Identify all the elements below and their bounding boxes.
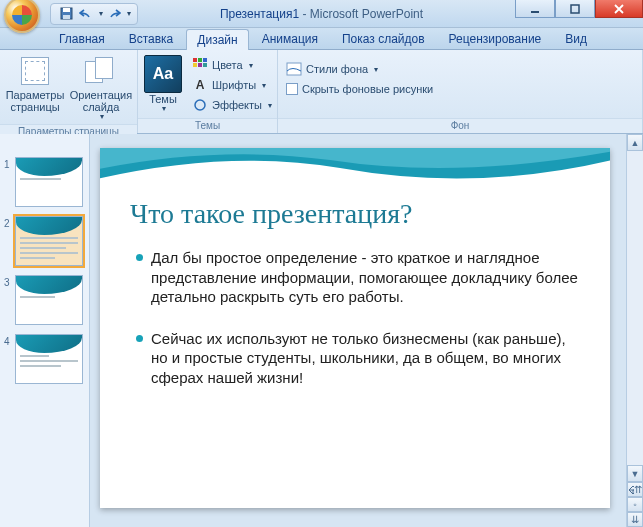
group-themes: Aa Темы▾ Цвета▾ A Шрифты▾ Эффекты▾ Темы bbox=[138, 50, 278, 133]
bullet-item: Сейчас их используют не только бизнесмен… bbox=[136, 329, 582, 388]
tab-home[interactable]: Главная bbox=[48, 28, 116, 49]
svg-rect-4 bbox=[571, 5, 579, 13]
background-styles-button[interactable]: Стили фона▾ bbox=[282, 59, 437, 79]
save-icon[interactable] bbox=[57, 5, 75, 23]
group-label-background: Фон bbox=[278, 118, 642, 133]
svg-rect-10 bbox=[203, 63, 207, 67]
page-setup-label: Параметры страницы bbox=[6, 89, 65, 113]
bullet-text: Сейчас их используют не только бизнесмен… bbox=[151, 329, 582, 388]
redo-icon[interactable] bbox=[105, 5, 123, 23]
thumb-number: 4 bbox=[4, 334, 12, 347]
checkbox-icon bbox=[286, 83, 298, 95]
chevron-down-icon: ▾ bbox=[374, 65, 378, 74]
undo-dropdown-icon[interactable]: ▾ bbox=[99, 9, 103, 18]
chevron-down-icon: ▾ bbox=[262, 81, 266, 90]
tab-animations[interactable]: Анимация bbox=[251, 28, 329, 49]
effects-icon bbox=[192, 97, 208, 113]
office-button[interactable] bbox=[4, 0, 40, 33]
svg-rect-6 bbox=[198, 58, 202, 62]
select-browse-object-icon[interactable]: ◦ bbox=[627, 497, 643, 512]
colors-label: Цвета bbox=[212, 59, 243, 71]
thumb-number: 1 bbox=[4, 157, 12, 170]
svg-rect-8 bbox=[193, 63, 197, 67]
thumbnail-row[interactable]: 3 bbox=[0, 272, 89, 331]
hide-background-checkbox[interactable]: Скрыть фоновые рисунки bbox=[282, 79, 437, 99]
ribbon: Параметры страницы Ориентация слайда▾ Па… bbox=[0, 50, 643, 134]
slide-body[interactable]: Дал бы простое определение - это краткое… bbox=[136, 248, 582, 409]
bullet-icon bbox=[136, 254, 143, 261]
bullet-icon bbox=[136, 335, 143, 342]
chevron-down-icon: ▾ bbox=[249, 61, 253, 70]
quick-access-toolbar: ▾ ▾ bbox=[50, 3, 138, 25]
svg-rect-1 bbox=[63, 8, 70, 12]
next-slide-icon[interactable]: ⇊ bbox=[627, 512, 643, 527]
svg-rect-5 bbox=[193, 58, 197, 62]
qat-customize-icon[interactable]: ▾ bbox=[127, 9, 131, 18]
effects-label: Эффекты bbox=[212, 99, 262, 111]
close-button[interactable] bbox=[595, 0, 643, 18]
chevron-down-icon: ▾ bbox=[100, 113, 104, 122]
tab-insert[interactable]: Вставка bbox=[118, 28, 185, 49]
thumbnail-row[interactable]: 4 bbox=[0, 331, 89, 390]
tab-design[interactable]: Дизайн bbox=[186, 29, 248, 50]
group-page-setup: Параметры страницы Ориентация слайда▾ Па… bbox=[0, 50, 138, 133]
svg-rect-9 bbox=[198, 63, 202, 67]
thumbnail-row[interactable]: 1 bbox=[0, 154, 89, 213]
tab-view[interactable]: Вид bbox=[554, 28, 598, 49]
slide-editor[interactable]: Что такое презентация? Дал бы простое оп… bbox=[90, 134, 643, 527]
page-setup-button[interactable]: Параметры страницы bbox=[4, 53, 66, 115]
slide-canvas[interactable]: Что такое презентация? Дал бы простое оп… bbox=[100, 148, 610, 508]
thumb-number: 2 bbox=[4, 216, 12, 229]
slide-thumbnail-selected[interactable] bbox=[15, 216, 83, 266]
themes-gallery-button[interactable]: Aa Темы▾ bbox=[142, 53, 184, 116]
svg-rect-7 bbox=[203, 58, 207, 62]
tab-review[interactable]: Рецензирование bbox=[438, 28, 553, 49]
theme-fonts-button[interactable]: A Шрифты▾ bbox=[188, 75, 276, 95]
group-background: Стили фона▾ Скрыть фоновые рисунки Фон bbox=[278, 50, 643, 133]
fonts-icon: A bbox=[192, 77, 208, 93]
minimize-button[interactable] bbox=[515, 0, 555, 18]
prev-slide-icon[interactable]: ⇈ bbox=[627, 482, 643, 497]
tab-slideshow[interactable]: Показ слайдов bbox=[331, 28, 436, 49]
thumb-number: 3 bbox=[4, 275, 12, 288]
background-styles-label: Стили фона bbox=[306, 63, 368, 75]
svg-rect-2 bbox=[63, 15, 70, 19]
slide-thumbnails-pane: 1 2 3 4 bbox=[0, 134, 90, 527]
scroll-down-icon[interactable]: ▼ bbox=[627, 465, 643, 482]
slide-thumbnail[interactable] bbox=[15, 334, 83, 384]
svg-rect-3 bbox=[531, 11, 539, 13]
theme-colors-button[interactable]: Цвета▾ bbox=[188, 55, 276, 75]
bullet-text: Дал бы простое определение - это краткое… bbox=[151, 248, 582, 307]
group-label-themes: Темы bbox=[138, 118, 277, 133]
page-setup-icon bbox=[21, 57, 49, 85]
work-area: 1 2 3 4 Что такое презентация? bbox=[0, 134, 643, 527]
slide-thumbnail[interactable] bbox=[15, 275, 83, 325]
ribbon-tabs: Главная Вставка Дизайн Анимация Показ сл… bbox=[0, 28, 643, 50]
thumbnail-row[interactable]: 2 bbox=[0, 213, 89, 272]
hide-background-label: Скрыть фоновые рисунки bbox=[302, 83, 433, 95]
background-styles-icon bbox=[286, 61, 302, 77]
theme-sample-icon: Aa bbox=[144, 55, 182, 93]
colors-icon bbox=[192, 57, 208, 73]
slide-thumbnail[interactable] bbox=[15, 157, 83, 207]
bullet-item: Дал бы простое определение - это краткое… bbox=[136, 248, 582, 307]
slide-title[interactable]: Что такое презентация? bbox=[130, 198, 590, 230]
slide-orientation-button[interactable]: Ориентация слайда▾ bbox=[70, 53, 132, 124]
vertical-scrollbar[interactable]: ▲ ▼ ⇈ ◦ ⇊ bbox=[626, 134, 643, 527]
orientation-icon bbox=[85, 57, 117, 85]
title-bar: ▾ ▾ Презентация1 - Microsoft PowerPoint bbox=[0, 0, 643, 28]
maximize-button[interactable] bbox=[555, 0, 595, 18]
undo-icon[interactable] bbox=[77, 5, 95, 23]
theme-effects-button[interactable]: Эффекты▾ bbox=[188, 95, 276, 115]
orientation-label: Ориентация слайда bbox=[70, 89, 132, 113]
window-controls bbox=[515, 0, 643, 18]
chevron-down-icon: ▾ bbox=[162, 105, 166, 114]
fonts-label: Шрифты bbox=[212, 79, 256, 91]
svg-point-11 bbox=[195, 100, 205, 110]
scroll-track[interactable] bbox=[627, 151, 643, 465]
scroll-up-icon[interactable]: ▲ bbox=[627, 134, 643, 151]
chevron-down-icon: ▾ bbox=[268, 101, 272, 110]
